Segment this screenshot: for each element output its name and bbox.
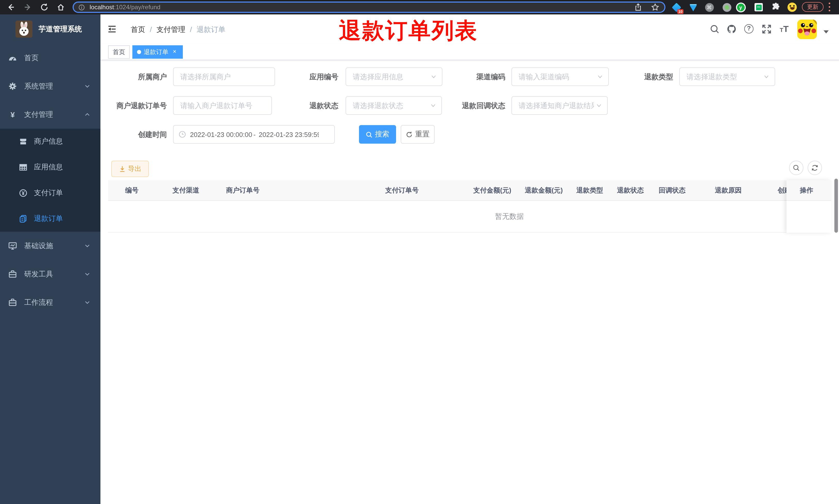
browser-home-icon[interactable] [57,3,65,11]
chevron-down-icon [85,271,90,277]
col-refund-reason: 退款原因 [715,180,742,201]
browser-reload-icon[interactable] [40,3,49,11]
chevron-down-icon [85,243,90,249]
browser-toolbar: localhost:1024/pay/refund 10 ⌘ y 更新 [0,0,839,14]
screen: localhost:1024/pay/refund 10 ⌘ y 更新 芋道管理… [0,0,839,504]
chevron-down-icon [85,84,90,89]
table-header: 编号 支付渠道 商户订单号 支付订单号 支付金额(元) 退款金额(元) 退款类型… [108,180,786,201]
sidebar-item-infra[interactable]: 基础设施 [0,232,101,260]
tag-close-icon[interactable]: × [171,48,178,55]
extension-badge: 10 [677,9,683,14]
fullscreen-icon[interactable] [762,24,771,34]
chrome-menu-icon[interactable] [829,3,831,11]
notify-status-select[interactable] [512,96,608,115]
refresh-icon [406,131,413,138]
extension-command-icon[interactable]: ⌘ [704,2,714,12]
search-icon[interactable] [710,24,719,34]
col-create-time: 创建时间 [778,180,786,201]
tag-refund-order[interactable]: 退款订单 × [132,45,183,58]
col-refund-amount: 退款金额(元) [525,180,563,201]
search-icon [366,131,372,138]
col-id: 编号 [125,180,139,201]
sidebar-collapse-icon[interactable] [108,25,117,34]
extension-chat-icon[interactable] [753,2,764,12]
label-merchant: 所属商户 [101,68,167,86]
sidebar-item-merchant-info[interactable]: 商户信息 [0,129,101,155]
breadcrumb-pay[interactable]: 支付管理 [157,25,185,35]
refund-doc-icon [19,215,27,223]
refund-type-input[interactable] [680,68,774,86]
sidebar-item-pay[interactable]: ¥ 支付管理 [0,101,101,129]
date-end-value[interactable]: 2022-01-23 23:59:59 [259,130,319,138]
avatar-caret-down-icon[interactable] [824,30,829,34]
avatar[interactable] [797,20,817,39]
reset-button[interactable]: 重置 [401,125,435,144]
main-area: 首页 / 支付管理 / 退款订单 ? TT 退款订单列表 首页 退款订单 × [101,14,839,504]
chevron-down-icon [763,74,769,80]
refresh-icon [811,164,818,172]
col-merchant-order-no: 商户订单号 [226,180,260,201]
grid-table-icon [19,163,27,172]
sidebar-item-pay-order[interactable]: 支付订单 [0,180,101,206]
breadcrumb: 首页 / 支付管理 / 退款订单 [131,25,226,35]
active-dot [137,50,141,54]
site-info-icon[interactable] [78,4,85,11]
yen-circle-icon [19,189,27,197]
extension-record-icon[interactable] [721,2,732,12]
chevron-down-icon [597,74,603,80]
merchant-refund-no-input[interactable] [174,97,271,114]
channel-select[interactable] [512,68,609,86]
chrome-update-button[interactable]: 更新 [802,2,824,12]
bookmark-star-icon[interactable] [651,3,659,11]
refund-status-input[interactable] [346,97,441,114]
help-icon[interactable]: ? [744,24,753,34]
search-button[interactable]: 搜索 [359,125,396,144]
sidebar-item-workflow[interactable]: 工作流程 [0,288,101,317]
merchant-input[interactable] [174,68,274,86]
sidebar-item-app-info[interactable]: 应用信息 [0,155,101,180]
breadcrumb-home[interactable]: 首页 [131,25,145,35]
extension-gem-icon[interactable] [688,2,698,12]
app-input[interactable] [346,68,442,86]
refund-status-select[interactable] [345,96,442,115]
merchant-refund-no-field[interactable] [173,96,272,115]
sidebar-item-system[interactable]: 系统管理 [0,72,101,101]
storefront-icon [19,138,27,146]
tags-view-bar: 首页 退款订单 × [101,44,839,60]
export-button[interactable]: 导出 [111,161,149,177]
extension-y-icon[interactable]: y [735,2,746,12]
extension-blue-diamond-icon[interactable]: 10 [671,2,681,12]
clock-icon [179,131,186,138]
date-start-value[interactable]: 2022-01-23 00:00:00 [190,130,252,138]
refund-table: 编号 支付渠道 商户订单号 支付订单号 支付金额(元) 退款金额(元) 退款类型… [108,180,831,233]
refund-type-select[interactable] [679,68,775,86]
table-scrollbar-thumb[interactable] [834,179,838,233]
url-bar[interactable]: localhost:1024/pay/refund [73,2,665,13]
notify-status-input[interactable] [512,97,607,114]
channel-input[interactable] [512,68,608,86]
share-icon[interactable] [634,3,642,11]
sidebar-item-dev-tools[interactable]: 研发工具 [0,260,101,288]
refresh-table-button[interactable] [808,161,822,175]
app-select[interactable] [345,68,442,86]
create-time-range-picker[interactable]: 2022-01-23 00:00:00 - 2022-01-23 23:59:5… [173,125,335,144]
chevron-down-icon [85,300,90,305]
app-title: 芋道管理系统 [39,24,82,34]
tag-home[interactable]: 首页 [108,45,130,58]
sidebar-item-home[interactable]: 首页 [0,44,101,72]
label-refund-status: 退款状态 [279,96,338,115]
font-size-icon[interactable]: TT [780,24,788,35]
extensions-puzzle-icon[interactable] [771,2,781,12]
app-logo [15,21,33,38]
extension-emoji-icon[interactable] [787,2,797,12]
app-logo-row[interactable]: 芋道管理系统 [0,14,101,44]
dashboard-icon [8,54,17,62]
toolbox-icon [8,270,17,278]
browser-back-icon[interactable] [7,3,15,11]
merchant-select[interactable] [173,68,275,86]
sidebar-item-refund-order[interactable]: 退款订单 [0,206,101,232]
browser-forward-icon[interactable] [24,3,32,11]
show-search-toggle-button[interactable] [789,161,803,175]
label-notify-status: 退款回调状态 [433,96,505,115]
github-icon[interactable] [727,24,736,34]
